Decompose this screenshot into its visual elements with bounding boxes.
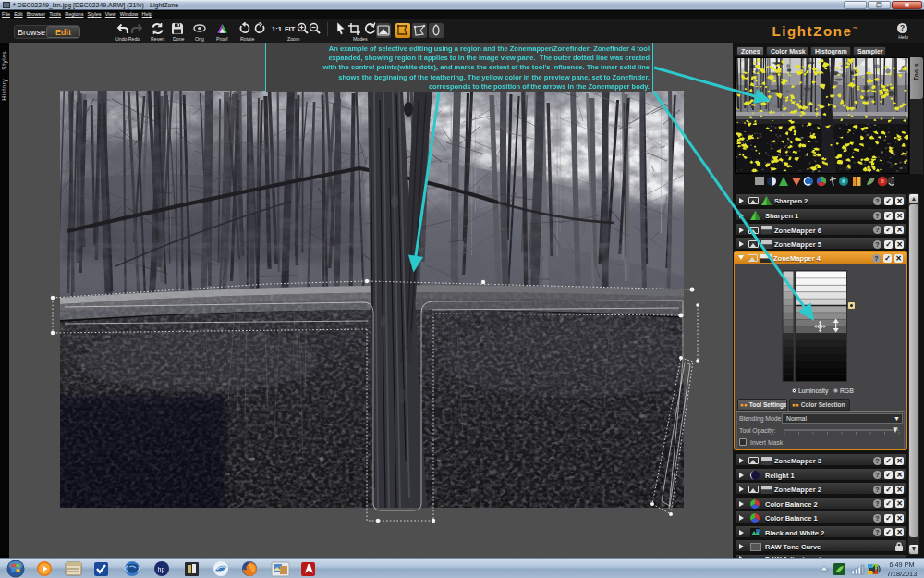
svg-text:hp: hp [158,566,165,573]
svg-text:FIT: FIT [285,25,296,33]
svg-text:1:1: 1:1 [272,25,282,33]
